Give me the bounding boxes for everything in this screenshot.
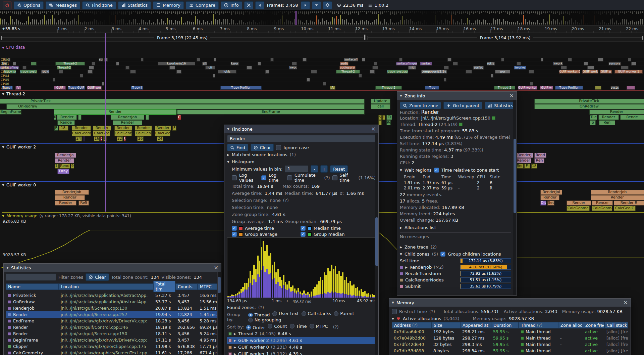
cpu-zone[interactable] bbox=[80, 74, 83, 78]
zone[interactable]: CalcGeome bbox=[72, 131, 91, 136]
cpu-zone[interactable] bbox=[631, 62, 636, 65]
zone[interactable]: Render bbox=[114, 126, 132, 131]
cpu-zone[interactable] bbox=[130, 70, 136, 74]
zone[interactable]: Render bbox=[55, 201, 76, 206]
cpu-zone[interactable] bbox=[92, 62, 96, 65]
zone[interactable]: Render bbox=[589, 109, 644, 115]
zone[interactable]: Render bbox=[93, 126, 111, 131]
decrement-button[interactable]: - bbox=[311, 165, 318, 173]
radio[interactable] bbox=[246, 325, 251, 330]
radio[interactable] bbox=[268, 324, 272, 328]
cpu-zone[interactable] bbox=[628, 58, 631, 61]
cpu-zone[interactable] bbox=[447, 58, 451, 61]
cpu-zone[interactable] bbox=[88, 70, 93, 74]
cpu-zone[interactable] bbox=[529, 70, 534, 74]
cpu-zone[interactable] bbox=[501, 58, 504, 61]
zone[interactable]: Render bbox=[55, 195, 85, 200]
expand-icon[interactable]: ▶ bbox=[400, 226, 402, 229]
cpu-zone[interactable] bbox=[466, 70, 472, 74]
zone[interactable]: Ren bbox=[599, 120, 615, 125]
zone[interactable]: Render bbox=[155, 126, 171, 131]
zone-statistics-button[interactable]: Statistics bbox=[485, 102, 516, 109]
messages-button[interactable]: Messages bbox=[46, 1, 80, 9]
zone[interactable]: 26 bbox=[137, 136, 144, 141]
close-icon[interactable]: × bbox=[214, 265, 218, 270]
go-to-parent-button[interactable]: Go to parent bbox=[443, 102, 482, 109]
zone[interactable]: F bbox=[54, 126, 58, 131]
find-zone-button[interactable]: Find zone bbox=[82, 1, 116, 9]
zone[interactable]: Render bbox=[540, 195, 560, 200]
zone[interactable]: Render bbox=[591, 195, 644, 200]
zone[interactable]: Render bbox=[516, 158, 531, 163]
cpu-zone[interactable] bbox=[530, 82, 533, 86]
increment-button[interactable]: + bbox=[320, 165, 328, 173]
min-bin-input[interactable]: 1 bbox=[285, 165, 308, 173]
cpu-zone[interactable] bbox=[104, 58, 108, 61]
zone[interactable]: Rende bbox=[620, 115, 644, 120]
frames-dropdown-button[interactable] bbox=[312, 1, 321, 9]
collapse-icon[interactable]: ▼ bbox=[2, 92, 4, 96]
cpu-zone[interactable] bbox=[370, 70, 375, 74]
find-zone-titlebar[interactable]: ▼ Find zone × bbox=[224, 125, 378, 133]
table-row[interactable]: BeginFramejni/../jni/src/claw/gfx/drv/vk… bbox=[6, 337, 219, 343]
collapse-icon[interactable]: ▼ bbox=[400, 94, 402, 97]
cpu-zone[interactable] bbox=[89, 66, 94, 70]
zone[interactable] bbox=[146, 115, 149, 120]
cpu-zone[interactable]: tracy_systrace bbox=[20, 70, 38, 74]
expand-icon[interactable]: ▶ bbox=[227, 153, 229, 157]
zone[interactable]: Dra bbox=[540, 201, 546, 206]
reset-button[interactable]: Reset bbox=[330, 165, 348, 173]
cpu-zone[interactable]: Trac bbox=[425, 86, 439, 90]
restrict-time-checkbox[interactable] bbox=[392, 309, 397, 314]
cpu-zone[interactable] bbox=[247, 66, 252, 70]
ignore-case-checkbox[interactable] bbox=[276, 145, 281, 150]
column-header[interactable]: Address (?) bbox=[392, 322, 431, 328]
zone[interactable]: 22 bbox=[117, 136, 123, 141]
zone[interactable]: Render R bbox=[614, 201, 644, 206]
relative-time-checkbox[interactable]: ✓ bbox=[434, 168, 439, 173]
cpu-zone[interactable] bbox=[270, 58, 274, 61]
cpu-zone[interactable] bbox=[453, 62, 458, 65]
cpu-zone[interactable] bbox=[125, 66, 129, 70]
group-by-user-text[interactable]: User text bbox=[272, 311, 299, 316]
prev-frame-button[interactable] bbox=[255, 1, 264, 9]
source-location[interactable]: jni/../jni/src/guif/Screen.cpp:150 bbox=[421, 116, 490, 121]
close-icon[interactable]: × bbox=[509, 93, 514, 98]
cpu-zone[interactable] bbox=[197, 58, 201, 61]
collapse-icon[interactable]: ▼ bbox=[2, 46, 4, 49]
radio[interactable] bbox=[248, 318, 253, 322]
cpu-zone[interactable]: audios bbox=[340, 62, 348, 65]
zone[interactable]: CalcGeo C bbox=[614, 206, 636, 211]
matched-locations-label[interactable]: Matched source locations bbox=[232, 152, 287, 157]
group-by-parent[interactable]: Parent bbox=[334, 311, 354, 316]
zone[interactable]: Re bbox=[386, 120, 391, 125]
column-header[interactable]: Begin bbox=[403, 174, 422, 180]
cpu-zone[interactable]: GUIF worker 0 bbox=[559, 70, 580, 74]
call-stack-cell[interactable]: [alloc] [free] bbox=[604, 329, 628, 334]
cpu-zone[interactable] bbox=[491, 74, 493, 78]
cpu-zone[interactable]: cfr bbox=[202, 62, 207, 65]
clear-button[interactable]: Clear bbox=[251, 144, 274, 151]
cpu-zone[interactable]: V bbox=[15, 86, 21, 90]
cpu-zone[interactable]: A bbox=[330, 86, 335, 90]
expand-icon[interactable]: ▶ bbox=[234, 352, 236, 355]
allocation-row[interactable]: 0x7dfc53d8988 bytes298.34 ms59.95 sMain … bbox=[392, 348, 628, 354]
cumulate-time-checkbox[interactable] bbox=[287, 175, 292, 180]
radio[interactable] bbox=[302, 311, 306, 316]
cpu-zone[interactable] bbox=[31, 62, 37, 65]
cpu-row[interactable]: CPU6 bbox=[0, 82, 644, 86]
cpu-zone[interactable] bbox=[372, 66, 378, 70]
compare-button[interactable]: Compare bbox=[186, 1, 219, 9]
cpu-zone[interactable] bbox=[517, 62, 521, 65]
zone[interactable]: OnRedraw bbox=[534, 104, 644, 109]
cpu-zone[interactable] bbox=[399, 58, 402, 61]
expand-icon[interactable]: ▶ bbox=[405, 266, 408, 269]
cpu-row[interactable]: CPU1kwoThread-2kworker/u16cfrkworaudioss… bbox=[0, 62, 644, 65]
cpu-zone[interactable] bbox=[13, 62, 16, 65]
table-row[interactable]: RenderJobjni/../jni/src/guif/Screen.cpp:… bbox=[6, 305, 219, 311]
scrollbar[interactable] bbox=[217, 272, 221, 355]
zone[interactable]: Render bbox=[57, 115, 77, 120]
zone[interactable]: Update bbox=[371, 99, 391, 104]
column-header[interactable]: Zone alloc bbox=[558, 322, 583, 328]
cpu-zone[interactable]: tracy_systrace bbox=[387, 70, 408, 74]
